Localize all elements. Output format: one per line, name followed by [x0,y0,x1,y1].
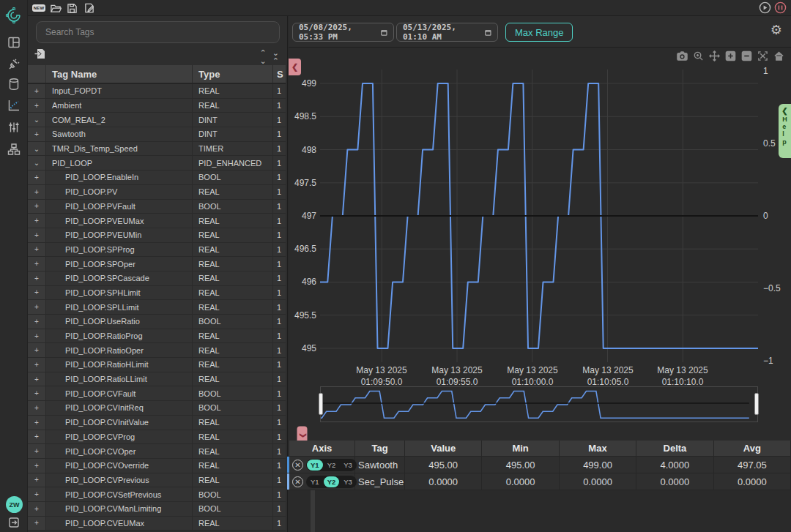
col-s[interactable]: S [273,65,286,83]
range-slider[interactable] [320,386,758,422]
axis-pill-y1[interactable]: Y1 [307,460,323,471]
expand-plus-icon[interactable]: + [28,257,46,271]
expand-plus-icon[interactable]: + [28,300,46,314]
layout-icon[interactable] [0,33,28,52]
search-input[interactable]: Search Tags [36,21,280,43]
start-datetime-field[interactable]: 05/08/2025, 05:33 PM [292,23,394,42]
expand-plus-icon[interactable]: + [28,171,46,184]
expand-rows-icon[interactable]: ⌃⌄ [260,49,267,65]
tag-row[interactable]: +PID_LOOP.CVPreviousREAL1 [28,473,286,488]
tag-row[interactable]: +AmbientREAL1 [28,99,286,113]
range-slider-left-handle[interactable] [319,393,323,415]
expand-plus-icon[interactable]: + [28,401,46,415]
expand-plus-icon[interactable]: + [28,228,46,242]
expand-plus-icon[interactable]: + [28,343,46,357]
tag-row[interactable]: +PID_LOOP.CVProgREAL1 [28,430,286,445]
expand-plus-icon[interactable]: + [28,185,46,199]
expand-plus-icon[interactable]: + [28,329,46,343]
axis-pill-y3[interactable]: Y3 [340,460,356,471]
tag-row[interactable]: +PID_LOOP.SPCascadeREAL1 [28,271,286,286]
max-range-button[interactable]: Max Range [505,23,573,42]
chevron-down-icon[interactable]: ⌄ [28,156,46,170]
expand-plus-icon[interactable]: + [28,214,46,228]
collapse-left-panel-button[interactable]: ❮ [289,59,301,75]
tag-row[interactable]: +PID_LOOP.CVManLimitingBOOL1 [28,502,286,517]
col-type[interactable]: Type [193,65,273,83]
expand-plus-icon[interactable]: + [28,502,46,516]
tag-row[interactable]: +PID_LOOP.PVREAL1 [28,185,286,200]
expand-plus-icon[interactable]: + [28,444,46,458]
expand-plus-icon[interactable]: + [28,243,46,257]
tag-row[interactable]: ⌄TMR_Dis_Temp_SpeedTIMER1 [28,142,286,157]
tag-row[interactable]: +PID_LOOP.SPProgREAL1 [28,243,286,258]
save-icon[interactable] [65,1,78,15]
expand-plus-icon[interactable]: + [28,372,46,386]
tag-row[interactable]: +PID_LOOP.RatioProgREAL1 [28,329,286,344]
pan-icon[interactable] [708,50,721,62]
tag-row[interactable]: +PID_LOOP.PVFaultBOOL1 [28,200,286,214]
axis-pill-y1[interactable]: Y1 [307,476,323,487]
logo-gear-icon[interactable] [0,6,28,25]
expand-plus-icon[interactable]: + [28,127,46,141]
tag-row[interactable]: +PID_LOOP.CVSetPreviousBOOL1 [28,487,286,502]
reset-home-icon[interactable] [773,50,785,62]
tag-row[interactable]: ⌄PID_LOOPPID_ENHANCED1 [28,156,286,171]
help-tab[interactable]: ❮ Help [779,104,791,158]
expand-plus-icon[interactable]: + [28,99,46,113]
import-tags-icon[interactable] [34,48,45,62]
tag-row[interactable]: +PID_LOOP.RatioOperREAL1 [28,343,286,358]
tag-row[interactable]: +PID_LOOP.CVOverrideREAL1 [28,459,286,473]
tag-row[interactable]: +PID_LOOP.PVEUMaxREAL1 [28,214,286,228]
expand-plus-icon[interactable]: + [28,315,46,329]
zoom-in-icon[interactable] [724,50,737,62]
tag-row[interactable]: +Input_FOPDTREAL1 [28,84,286,99]
tag-row[interactable]: +PID_LOOP.CVOperREAL1 [28,444,286,459]
network-icon[interactable] [0,140,28,159]
expand-plus-icon[interactable]: + [28,358,46,372]
chevron-down-icon[interactable]: ⌄ [28,113,46,127]
user-avatar[interactable]: ZW [6,496,23,513]
col-tag-name[interactable]: Tag Name [46,65,193,83]
expand-plus-icon[interactable]: + [28,386,46,400]
expand-plus-icon[interactable]: + [28,517,46,531]
expand-plus-icon[interactable]: + [28,430,46,444]
chevron-down-icon[interactable]: ⌄ [28,142,46,156]
camera-icon[interactable] [676,50,688,62]
axis-pill-y2[interactable]: Y2 [324,460,340,471]
zoom-out-icon[interactable] [740,50,753,62]
tag-row[interactable]: +PID_LOOP.SPLLimitREAL1 [28,300,286,315]
expand-plus-icon[interactable]: + [28,487,46,501]
trend-plot[interactable] [320,70,758,362]
pause-icon[interactable] [774,1,787,14]
collapse-rows-icon[interactable]: ⌄⌃ [272,49,279,65]
tag-row[interactable]: +PID_LOOP.CVInitValueREAL1 [28,416,286,430]
trend-chart-icon[interactable] [0,96,28,115]
expand-plus-icon[interactable]: + [28,84,46,98]
logout-icon[interactable] [0,513,28,532]
tag-row[interactable]: +PID_LOOP.PVEUMinREAL1 [28,228,286,243]
plug-icon[interactable] [0,55,28,74]
tag-row[interactable]: +PID_LOOP.UseRatioBOOL1 [28,315,286,329]
range-slider-right-handle[interactable] [754,393,759,415]
autoscale-icon[interactable] [757,50,769,62]
tag-row[interactable]: +PID_LOOP.SPOperREAL1 [28,257,286,271]
tag-row[interactable]: +PID_LOOP.RatioHLimitREAL1 [28,358,286,372]
database-icon[interactable] [0,75,28,94]
expand-plus-icon[interactable]: + [28,416,46,430]
play-icon[interactable] [759,1,771,14]
expand-plus-icon[interactable]: + [28,286,46,300]
axis-pill-y2[interactable]: Y2 [324,476,340,487]
axis-pill-y3[interactable]: Y3 [340,476,356,487]
edit-note-icon[interactable] [83,1,96,15]
remove-trace-icon[interactable]: ✕ [292,460,303,471]
tag-row[interactable]: +PID_LOOP.RatioLLimitREAL1 [28,372,286,387]
tag-row[interactable]: +PID_LOOP.CVFaultBOOL1 [28,386,286,401]
tag-row[interactable]: +PID_LOOP.EnableInBOOL1 [28,171,286,185]
sliders-icon[interactable] [0,118,28,137]
expand-plus-icon[interactable]: + [28,271,46,285]
new-file-icon[interactable]: NEW [32,1,45,15]
tag-row[interactable]: +PID_LOOP.CVEUMaxREAL1 [28,517,286,531]
end-datetime-field[interactable]: 05/13/2025, 01:10 AM [396,23,498,42]
remove-trace-icon[interactable]: ✕ [292,476,303,487]
zoom-icon[interactable] [692,50,705,62]
